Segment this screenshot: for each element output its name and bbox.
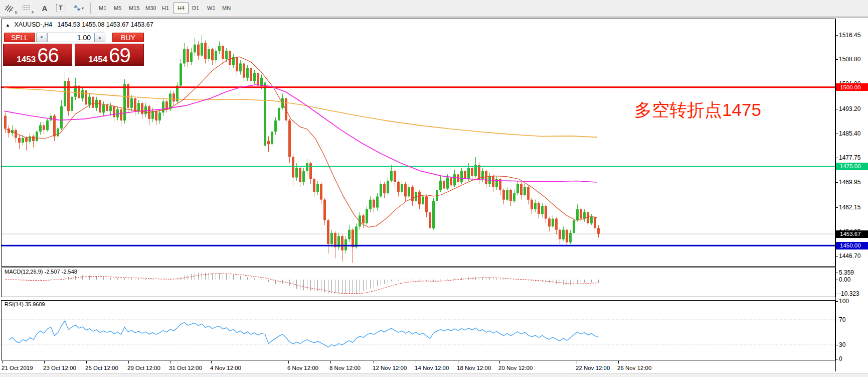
time-tick-mark	[288, 361, 289, 363]
time-tick-label: 31 Oct 12:00	[169, 365, 202, 371]
price-tick-mark	[835, 158, 838, 158]
macd-label: MACD(12,26,9) -2.507 -2.548	[5, 269, 77, 275]
time-tick-mark	[374, 361, 374, 363]
time-tick-mark	[577, 361, 577, 363]
timeframe-button-m5[interactable]: M5	[110, 2, 125, 14]
ohlc-values: 1454.53 1455.08 1453.67 1453.67	[58, 21, 153, 28]
time-tick-label: 26 Nov 12:00	[617, 365, 651, 371]
time-tick-mark	[3, 361, 3, 363]
arrange-arrows-icon	[74, 5, 81, 12]
text-label-tool-button[interactable]: A	[38, 2, 51, 15]
timeframe-button-mn[interactable]: MN	[219, 2, 234, 14]
time-tick-mark	[618, 361, 619, 363]
tool-sub-label: E	[15, 10, 18, 15]
chart-title: ▲ XAUUSD-,H4 1454.53 1455.08 1453.67 145…	[6, 21, 153, 28]
volume-decrease-button[interactable]: ▼	[36, 33, 47, 42]
tool-sub-label: F	[32, 10, 34, 15]
time-tick-label: 21 Oct 2019	[2, 365, 33, 371]
price-tick-mark	[835, 35, 838, 36]
time-tick-label: 8 Nov 12:00	[329, 365, 361, 371]
rsi-tick-mark	[835, 359, 838, 359]
crosshatch-icon	[5, 4, 15, 12]
arrow-up-icon: ▲	[98, 35, 102, 40]
price-tick-label: 1446.70	[839, 253, 860, 260]
hline-price-badge[interactable]: 1500.00	[836, 83, 868, 91]
time-tick-mark	[330, 361, 331, 363]
symbol-period-label: XAUUSD-,H4	[14, 21, 52, 28]
macd-tick-mark	[835, 280, 838, 280]
macd-tick-label: 5.359	[839, 269, 854, 276]
time-tick-mark	[44, 361, 45, 363]
bid-price-badge: 1453.67	[836, 230, 868, 238]
time-tick-mark	[211, 361, 212, 363]
time-tick-label: 25 Oct 12:00	[85, 365, 118, 371]
timeframe-button-h4[interactable]: H4	[173, 2, 189, 14]
sell-button[interactable]: SELL	[4, 33, 35, 42]
timeframe-button-w1[interactable]: W1	[204, 2, 219, 14]
price-tick-label: 1508.80	[839, 56, 860, 63]
collapse-panel-icon[interactable]: ▲	[6, 23, 10, 28]
sell-price-small: 1453	[17, 55, 36, 65]
text-tool-button[interactable]: T	[54, 2, 67, 15]
timeframe-button-m1[interactable]: M1	[95, 2, 110, 14]
time-tick-mark	[170, 361, 170, 363]
timeframe-button-h1[interactable]: H1	[158, 2, 172, 14]
toolbar-divider	[0, 17, 868, 18]
time-tick-mark	[499, 361, 500, 363]
toolbar: E F A T ▾ M1M5M15M30H1H4D1W1MN	[0, 0, 868, 17]
macd-canvas[interactable]	[2, 268, 835, 297]
sell-price-panel[interactable]: 1453 66	[3, 44, 72, 66]
chart-text-annotation[interactable]: 多空转折点1475	[634, 98, 761, 122]
grid-pattern-tool-button[interactable]: F	[21, 2, 35, 15]
macd-panel: MACD(12,26,9) -2.507 -2.548	[1, 268, 835, 297]
time-tick-label: 20 Nov 12:00	[498, 365, 533, 371]
time-tick-label: 18 Nov 12:00	[457, 365, 491, 371]
price-tick-label: 1493.20	[839, 105, 860, 112]
volume-increase-button[interactable]: ▲	[94, 33, 105, 42]
macd-tick-mark	[835, 294, 838, 294]
chevron-down-icon: ▾	[82, 6, 84, 11]
buy-button[interactable]: BUY	[112, 33, 144, 42]
sell-button-label: SELL	[11, 34, 28, 42]
time-tick-mark	[86, 361, 87, 363]
time-tick-mark	[458, 361, 458, 363]
rsi-canvas[interactable]	[2, 301, 835, 360]
rsi-tick-mark	[835, 345, 838, 345]
volume-input[interactable]	[47, 33, 94, 42]
arrange-objects-tool-button[interactable]: ▾	[70, 2, 87, 15]
rsi-tick-mark	[835, 320, 838, 320]
price-scale-axis-line	[835, 19, 836, 371]
price-tick-label: 1462.15	[839, 204, 860, 211]
macd-tick-mark	[835, 273, 838, 273]
timeframe-button-m15[interactable]: M15	[125, 2, 143, 14]
timeframe-button-m30[interactable]: M30	[142, 2, 159, 14]
rsi-tick-mark	[835, 301, 838, 302]
buy-price-panel[interactable]: 1454 69	[75, 44, 144, 66]
hline-price-badge[interactable]: 1450.00	[836, 242, 868, 249]
time-tick-label: 29 Oct 12:00	[127, 365, 160, 371]
price-tick-label: 1516.45	[839, 32, 860, 39]
crosshatch-pattern-tool-button[interactable]: E	[4, 2, 18, 15]
rsi-label: RSI(14) 35.9609	[5, 301, 45, 307]
timeframe-button-d1[interactable]: D1	[189, 2, 203, 14]
time-tick-label: 4 Nov 12:00	[210, 365, 241, 371]
time-tick-label: 23 Oct 12:00	[43, 365, 76, 371]
hline-price-badge[interactable]: 1475.00	[836, 163, 868, 170]
time-tick-label: 12 Nov 12:00	[373, 365, 407, 371]
price-tick-mark	[835, 59, 838, 60]
grid-icon	[22, 5, 31, 12]
price-tick-mark	[835, 182, 838, 183]
price-tick-mark	[835, 256, 838, 257]
price-tick-mark	[835, 134, 838, 134]
letter-a-icon: A	[42, 4, 48, 13]
price-tick-mark	[835, 109, 838, 109]
sell-price-big: 66	[37, 44, 59, 67]
buy-price-big: 69	[109, 44, 130, 67]
rsi-tick-label: 70	[839, 316, 845, 323]
mt4-terminal: E F A T ▾ M1M5M15M30H1H4D1W1MN ▲	[0, 0, 868, 377]
price-tick-label: 1485.40	[839, 130, 860, 137]
letter-t-icon: T	[56, 4, 65, 12]
toolbar-separator	[90, 3, 91, 14]
main-chart-panel: ▲ XAUUSD-,H4 1454.53 1455.08 1453.67 145…	[1, 19, 835, 267]
rsi-tick-label: 100	[839, 298, 849, 305]
